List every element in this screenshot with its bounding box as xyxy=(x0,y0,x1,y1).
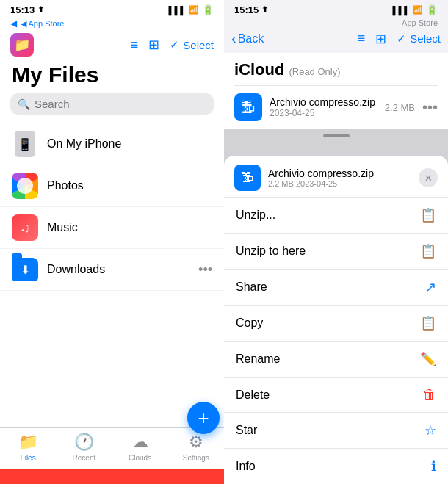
grid-icon-right[interactable]: ⊞ xyxy=(375,31,386,47)
grid-icon-left[interactable]: ⊞ xyxy=(148,37,159,53)
tab-recent-label: Recent xyxy=(73,454,96,462)
action-delete[interactable]: Delete 🗑 xyxy=(224,378,448,413)
select-check-icon-left: ✓ xyxy=(170,38,179,51)
signal-icon-left: ▌▌▌ xyxy=(169,6,186,15)
drag-handle xyxy=(323,134,350,137)
tab-settings[interactable]: ⚙ Settings xyxy=(168,433,224,462)
file-list: 📱 On My iPhone Photos ♫ Music xyxy=(0,123,224,427)
action-unzip-label: Unzip... xyxy=(236,209,275,222)
status-bar-right: 15:15 ⬆ ▌▌▌ 📶 🔋 xyxy=(224,0,448,18)
search-bar[interactable]: 🔍 xyxy=(10,93,214,115)
tab-clouds[interactable]: ☁ Clouds xyxy=(112,433,168,462)
list-item-label-music: Music xyxy=(47,221,212,234)
battery-icon-right: 🔋 xyxy=(426,4,438,15)
sheet-file-info: Archivio compresso.zip 2.2 MB 2023-04-25 xyxy=(268,167,411,188)
zip-file-icon: 🗜 xyxy=(234,93,262,121)
tab-recent[interactable]: 🕐 Recent xyxy=(56,433,112,462)
app-store-text-right: App Store xyxy=(402,18,438,27)
sheet-file-name: Archivio compresso.zip xyxy=(268,167,411,179)
action-info[interactable]: Info ℹ xyxy=(224,449,448,484)
page-title-left: My Files xyxy=(0,59,224,93)
action-share-label: Share xyxy=(236,281,267,294)
tab-settings-label: Settings xyxy=(183,454,209,462)
action-star-icon: ☆ xyxy=(424,422,436,438)
tab-files[interactable]: 📁 Files xyxy=(0,433,56,462)
cloud-file-date: 2023-04-25 xyxy=(270,108,377,118)
toolbar-right: ‹ Back ≡ ⊞ ✓ Select xyxy=(224,29,448,53)
cloud-file-item[interactable]: 🗜 Archivio compresso.zip 2023-04-25 2.2 … xyxy=(234,85,438,129)
icloud-readonly-label: (Read Only) xyxy=(289,66,340,77)
back-button[interactable]: ‹ Back xyxy=(231,30,264,47)
sheet-file-meta: 2.2 MB 2023-04-25 xyxy=(268,179,411,188)
action-copy-label: Copy xyxy=(236,317,263,330)
cloud-file-info: Archivio compresso.zip 2023-04-25 xyxy=(270,96,377,118)
sheet-actions: Unzip... 📋 Unzip to here 📋 Share ↗ Copy … xyxy=(224,198,448,484)
action-unzip-icon: 📋 xyxy=(420,207,436,223)
toolbar-right-icons: ≡ ⊞ ✓ Select xyxy=(131,37,214,53)
action-unzip-here[interactable]: Unzip to here 📋 xyxy=(224,234,448,270)
tab-files-label: Files xyxy=(21,454,36,462)
list-item-label-downloads: Downloads xyxy=(47,263,189,276)
action-star[interactable]: Star ☆ xyxy=(224,413,448,449)
select-button-right[interactable]: ✓ Select xyxy=(397,32,441,46)
wifi-icon-right: 📶 xyxy=(413,5,423,15)
cloud-file-more-icon[interactable]: ••• xyxy=(422,99,438,116)
chevron-left-icon-left: ◀ xyxy=(10,18,17,29)
sort-icon-right[interactable]: ≡ xyxy=(358,31,366,46)
right-panel: 15:15 ⬆ ▌▌▌ 📶 🔋 App Store ‹ Back ≡ ⊞ ✓ S… xyxy=(224,0,448,484)
back-label: Back xyxy=(238,32,264,46)
icloud-section: iCloud (Read Only) 🗜 Archivio compresso.… xyxy=(224,53,448,129)
photos-folder-icon xyxy=(12,173,38,199)
time-right-area: 15:15 ⬆ xyxy=(234,4,268,15)
red-banner xyxy=(0,469,224,484)
status-bar-left: 15:13 ⬆ ▌▌▌ 📶 🔋 xyxy=(0,0,224,18)
status-icons-right: ▌▌▌ 📶 🔋 xyxy=(393,4,438,15)
bottom-sheet: 🗜 Archivio compresso.zip 2.2 MB 2023-04-… xyxy=(224,156,448,484)
action-info-label: Info xyxy=(236,460,256,473)
sheet-header: 🗜 Archivio compresso.zip 2.2 MB 2023-04-… xyxy=(224,156,448,198)
action-rename[interactable]: Rename ✏️ xyxy=(224,342,448,378)
select-button-left[interactable]: ✓ Select xyxy=(170,38,214,51)
iphone-folder-icon: 📱 xyxy=(12,131,38,157)
sort-icon-left[interactable]: ≡ xyxy=(131,37,139,53)
list-item-label-photos: Photos xyxy=(47,179,212,192)
action-copy-icon: 📋 xyxy=(420,315,436,331)
app-icon-left: 📁 xyxy=(10,33,34,57)
action-delete-icon: 🗑 xyxy=(423,387,436,402)
list-item-iphone[interactable]: 📱 On My iPhone xyxy=(0,123,224,165)
app-store-back-left[interactable]: ◀ ◀ App Store xyxy=(0,18,224,30)
location-icon-right: ⬆ xyxy=(261,5,268,15)
left-panel-wrapper: 15:13 ⬆ ▌▌▌ 📶 🔋 ◀ ◀ App Store 📁 ≡ ⊞ ✓ Se… xyxy=(0,0,224,484)
fab-button[interactable]: + xyxy=(187,402,220,434)
action-unzip-here-label: Unzip to here xyxy=(236,245,306,258)
list-item-downloads[interactable]: ⬇ Downloads ••• xyxy=(0,249,224,291)
tab-settings-icon: ⚙ xyxy=(189,433,203,452)
left-panel: 15:13 ⬆ ▌▌▌ 📶 🔋 ◀ ◀ App Store 📁 ≡ ⊞ ✓ Se… xyxy=(0,0,224,484)
action-unzip-here-icon: 📋 xyxy=(420,243,436,259)
battery-icon-left: 🔋 xyxy=(202,4,214,15)
action-copy[interactable]: Copy 📋 xyxy=(224,306,448,342)
search-input[interactable] xyxy=(35,98,206,110)
action-delete-label: Delete xyxy=(236,389,270,402)
action-share[interactable]: Share ↗ xyxy=(224,270,448,306)
action-star-label: Star xyxy=(236,424,257,437)
downloads-more-icon[interactable]: ••• xyxy=(198,262,212,278)
location-icon-left: ⬆ xyxy=(37,5,44,15)
signal-icon-right: ▌▌▌ xyxy=(393,6,410,15)
music-folder-icon: ♫ xyxy=(12,214,38,241)
status-icons-left: ▌▌▌ 📶 🔋 xyxy=(169,4,214,15)
action-unzip[interactable]: Unzip... 📋 xyxy=(224,198,448,234)
app-store-label-right-area: App Store xyxy=(224,18,448,29)
select-check-icon-right: ✓ xyxy=(397,32,406,46)
sheet-close-button[interactable]: ✕ xyxy=(419,168,438,187)
tab-recent-icon: 🕐 xyxy=(74,433,94,452)
icloud-title-row: iCloud (Read Only) xyxy=(234,60,438,81)
list-item-photos[interactable]: Photos xyxy=(0,165,224,207)
time-text-left: 15:13 xyxy=(10,4,35,15)
list-item-music[interactable]: ♫ Music xyxy=(0,207,224,249)
select-label-left: Select xyxy=(183,39,214,51)
wifi-icon-left: 📶 xyxy=(189,5,199,15)
bottom-tab-bar: 📁 Files 🕐 Recent ☁ Clouds ⚙ Settings xyxy=(0,427,224,469)
tab-clouds-label: Clouds xyxy=(129,454,151,462)
time-left: 15:13 ⬆ xyxy=(10,4,44,15)
